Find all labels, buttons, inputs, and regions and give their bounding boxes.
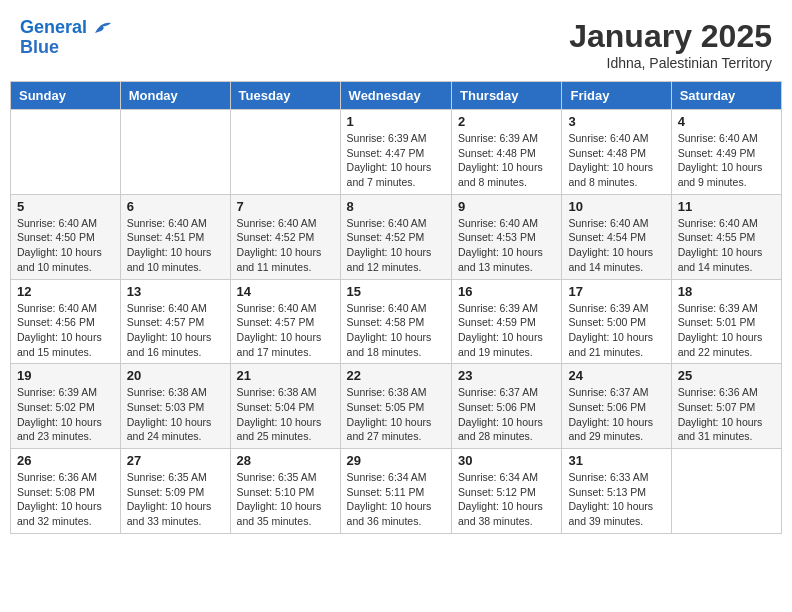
title-section: January 2025 Idhna, Palestinian Territor… — [569, 18, 772, 71]
day-info: Sunrise: 6:40 AM Sunset: 4:55 PM Dayligh… — [678, 216, 775, 275]
day-number: 10 — [568, 199, 664, 214]
day-number: 13 — [127, 284, 224, 299]
weekday-header-monday: Monday — [120, 82, 230, 110]
calendar-cell: 13Sunrise: 6:40 AM Sunset: 4:57 PM Dayli… — [120, 279, 230, 364]
calendar-cell: 23Sunrise: 6:37 AM Sunset: 5:06 PM Dayli… — [452, 364, 562, 449]
logo-bird-icon — [93, 19, 113, 37]
day-info: Sunrise: 6:35 AM Sunset: 5:09 PM Dayligh… — [127, 470, 224, 529]
day-info: Sunrise: 6:39 AM Sunset: 5:01 PM Dayligh… — [678, 301, 775, 360]
calendar-week-row: 19Sunrise: 6:39 AM Sunset: 5:02 PM Dayli… — [11, 364, 782, 449]
day-number: 6 — [127, 199, 224, 214]
calendar-cell: 8Sunrise: 6:40 AM Sunset: 4:52 PM Daylig… — [340, 194, 451, 279]
weekday-header-thursday: Thursday — [452, 82, 562, 110]
calendar-cell: 25Sunrise: 6:36 AM Sunset: 5:07 PM Dayli… — [671, 364, 781, 449]
day-number: 7 — [237, 199, 334, 214]
weekday-header-friday: Friday — [562, 82, 671, 110]
day-info: Sunrise: 6:40 AM Sunset: 4:56 PM Dayligh… — [17, 301, 114, 360]
day-info: Sunrise: 6:38 AM Sunset: 5:04 PM Dayligh… — [237, 385, 334, 444]
day-info: Sunrise: 6:36 AM Sunset: 5:08 PM Dayligh… — [17, 470, 114, 529]
calendar-cell: 28Sunrise: 6:35 AM Sunset: 5:10 PM Dayli… — [230, 449, 340, 534]
calendar-cell — [671, 449, 781, 534]
calendar-cell: 4Sunrise: 6:40 AM Sunset: 4:49 PM Daylig… — [671, 110, 781, 195]
day-info: Sunrise: 6:40 AM Sunset: 4:49 PM Dayligh… — [678, 131, 775, 190]
calendar-cell: 6Sunrise: 6:40 AM Sunset: 4:51 PM Daylig… — [120, 194, 230, 279]
day-number: 27 — [127, 453, 224, 468]
weekday-header-tuesday: Tuesday — [230, 82, 340, 110]
day-info: Sunrise: 6:40 AM Sunset: 4:58 PM Dayligh… — [347, 301, 445, 360]
day-number: 16 — [458, 284, 555, 299]
day-number: 14 — [237, 284, 334, 299]
day-info: Sunrise: 6:38 AM Sunset: 5:03 PM Dayligh… — [127, 385, 224, 444]
day-info: Sunrise: 6:40 AM Sunset: 4:51 PM Dayligh… — [127, 216, 224, 275]
calendar-cell: 5Sunrise: 6:40 AM Sunset: 4:50 PM Daylig… — [11, 194, 121, 279]
day-number: 22 — [347, 368, 445, 383]
day-number: 17 — [568, 284, 664, 299]
calendar-cell: 7Sunrise: 6:40 AM Sunset: 4:52 PM Daylig… — [230, 194, 340, 279]
day-info: Sunrise: 6:39 AM Sunset: 4:59 PM Dayligh… — [458, 301, 555, 360]
day-info: Sunrise: 6:33 AM Sunset: 5:13 PM Dayligh… — [568, 470, 664, 529]
calendar-week-row: 26Sunrise: 6:36 AM Sunset: 5:08 PM Dayli… — [11, 449, 782, 534]
day-number: 24 — [568, 368, 664, 383]
day-info: Sunrise: 6:40 AM Sunset: 4:52 PM Dayligh… — [237, 216, 334, 275]
day-info: Sunrise: 6:39 AM Sunset: 5:02 PM Dayligh… — [17, 385, 114, 444]
logo-blue: Blue — [20, 38, 113, 58]
day-number: 20 — [127, 368, 224, 383]
calendar-cell: 29Sunrise: 6:34 AM Sunset: 5:11 PM Dayli… — [340, 449, 451, 534]
day-info: Sunrise: 6:40 AM Sunset: 4:53 PM Dayligh… — [458, 216, 555, 275]
day-number: 1 — [347, 114, 445, 129]
calendar-cell: 15Sunrise: 6:40 AM Sunset: 4:58 PM Dayli… — [340, 279, 451, 364]
calendar-cell: 30Sunrise: 6:34 AM Sunset: 5:12 PM Dayli… — [452, 449, 562, 534]
calendar-cell: 24Sunrise: 6:37 AM Sunset: 5:06 PM Dayli… — [562, 364, 671, 449]
calendar-cell — [230, 110, 340, 195]
day-info: Sunrise: 6:40 AM Sunset: 4:57 PM Dayligh… — [127, 301, 224, 360]
calendar-cell: 12Sunrise: 6:40 AM Sunset: 4:56 PM Dayli… — [11, 279, 121, 364]
day-number: 11 — [678, 199, 775, 214]
day-number: 31 — [568, 453, 664, 468]
day-info: Sunrise: 6:40 AM Sunset: 4:52 PM Dayligh… — [347, 216, 445, 275]
calendar-table: SundayMondayTuesdayWednesdayThursdayFrid… — [10, 81, 782, 534]
calendar-cell: 3Sunrise: 6:40 AM Sunset: 4:48 PM Daylig… — [562, 110, 671, 195]
day-number: 29 — [347, 453, 445, 468]
calendar-cell: 27Sunrise: 6:35 AM Sunset: 5:09 PM Dayli… — [120, 449, 230, 534]
day-number: 25 — [678, 368, 775, 383]
logo-general: General — [20, 17, 87, 37]
day-number: 3 — [568, 114, 664, 129]
day-number: 8 — [347, 199, 445, 214]
weekday-header-saturday: Saturday — [671, 82, 781, 110]
calendar-cell — [120, 110, 230, 195]
calendar-week-row: 12Sunrise: 6:40 AM Sunset: 4:56 PM Dayli… — [11, 279, 782, 364]
logo: General Blue — [20, 18, 113, 58]
day-number: 2 — [458, 114, 555, 129]
calendar-cell: 14Sunrise: 6:40 AM Sunset: 4:57 PM Dayli… — [230, 279, 340, 364]
day-number: 4 — [678, 114, 775, 129]
weekday-header-sunday: Sunday — [11, 82, 121, 110]
day-info: Sunrise: 6:39 AM Sunset: 4:47 PM Dayligh… — [347, 131, 445, 190]
day-number: 26 — [17, 453, 114, 468]
logo-text: General — [20, 18, 113, 38]
calendar-cell: 10Sunrise: 6:40 AM Sunset: 4:54 PM Dayli… — [562, 194, 671, 279]
day-info: Sunrise: 6:40 AM Sunset: 4:48 PM Dayligh… — [568, 131, 664, 190]
calendar-cell: 19Sunrise: 6:39 AM Sunset: 5:02 PM Dayli… — [11, 364, 121, 449]
day-info: Sunrise: 6:40 AM Sunset: 4:57 PM Dayligh… — [237, 301, 334, 360]
day-number: 12 — [17, 284, 114, 299]
day-number: 21 — [237, 368, 334, 383]
calendar-cell: 31Sunrise: 6:33 AM Sunset: 5:13 PM Dayli… — [562, 449, 671, 534]
day-number: 15 — [347, 284, 445, 299]
page-header: General Blue January 2025 Idhna, Palesti… — [10, 10, 782, 75]
weekday-header-wednesday: Wednesday — [340, 82, 451, 110]
calendar-header-row: SundayMondayTuesdayWednesdayThursdayFrid… — [11, 82, 782, 110]
day-number: 18 — [678, 284, 775, 299]
calendar-cell: 1Sunrise: 6:39 AM Sunset: 4:47 PM Daylig… — [340, 110, 451, 195]
day-info: Sunrise: 6:37 AM Sunset: 5:06 PM Dayligh… — [458, 385, 555, 444]
day-number: 19 — [17, 368, 114, 383]
day-number: 5 — [17, 199, 114, 214]
day-info: Sunrise: 6:34 AM Sunset: 5:11 PM Dayligh… — [347, 470, 445, 529]
calendar-week-row: 5Sunrise: 6:40 AM Sunset: 4:50 PM Daylig… — [11, 194, 782, 279]
calendar-cell: 26Sunrise: 6:36 AM Sunset: 5:08 PM Dayli… — [11, 449, 121, 534]
calendar-cell: 18Sunrise: 6:39 AM Sunset: 5:01 PM Dayli… — [671, 279, 781, 364]
day-info: Sunrise: 6:36 AM Sunset: 5:07 PM Dayligh… — [678, 385, 775, 444]
calendar-cell: 20Sunrise: 6:38 AM Sunset: 5:03 PM Dayli… — [120, 364, 230, 449]
day-number: 23 — [458, 368, 555, 383]
calendar-cell: 9Sunrise: 6:40 AM Sunset: 4:53 PM Daylig… — [452, 194, 562, 279]
location-subtitle: Idhna, Palestinian Territory — [569, 55, 772, 71]
